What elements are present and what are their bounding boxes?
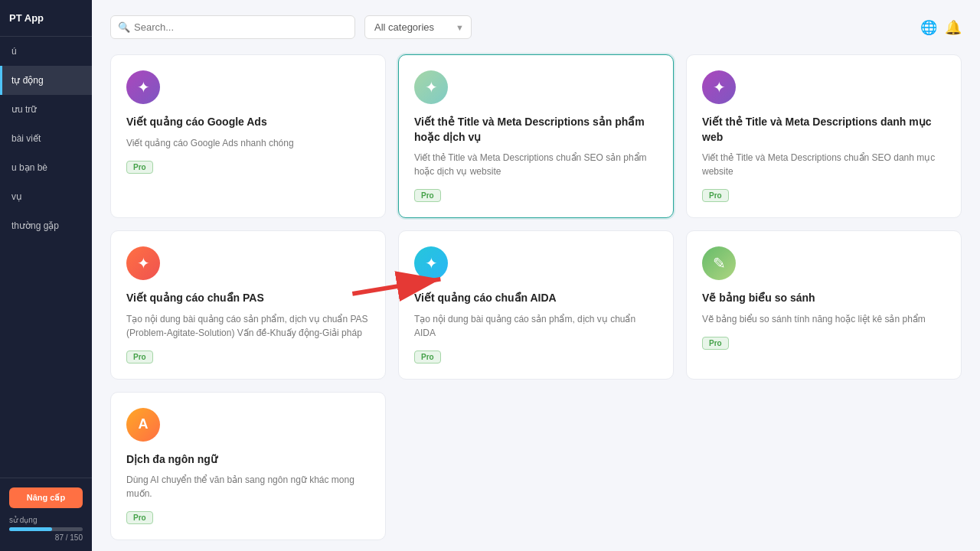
- globe-icon[interactable]: 🌐: [920, 19, 937, 36]
- card-title-1: Viết quảng cáo Google Ads: [126, 115, 370, 130]
- card-icon-3: ✦: [702, 70, 736, 104]
- usage-label: sử dụng: [9, 516, 83, 524]
- cards-grid: ✦ Viết quảng cáo Google Ads Viết quảng c…: [110, 54, 962, 540]
- card-desc-1: Viết quảng cáo Google Ads nhanh chóng: [126, 136, 370, 150]
- sidebar-item-0[interactable]: ú: [0, 37, 92, 66]
- card-icon-6: ✎: [702, 246, 736, 280]
- card-title-2: Viết thẻ Title và Meta Descriptions sản …: [414, 115, 658, 145]
- card-icon-7: A: [126, 408, 160, 442]
- card-icon-1: ✦: [126, 70, 160, 104]
- usage-bar-fill: [9, 527, 52, 531]
- sidebar-item-storage[interactable]: ưu trữ: [0, 95, 92, 124]
- card-title-3: Viết thẻ Title và Meta Descriptions danh…: [702, 115, 946, 145]
- search-icon: 🔍: [118, 21, 130, 33]
- card-comparison-chart[interactable]: ✎ Vẽ bảng biểu so sánh Vẽ bảng biểu so s…: [686, 230, 962, 380]
- card-desc-4: Tạo nội dung bài quảng cáo sản phẩm, dịc…: [126, 312, 370, 340]
- card-desc-3: Viết thẻ Title và Meta Descriptions chuẩ…: [702, 151, 946, 178]
- card-title-4: Viết quảng cáo chuẩn PAS: [126, 291, 370, 306]
- category-select[interactable]: All categories Marketing SEO Content: [364, 15, 472, 39]
- sidebar-item-friends[interactable]: u bạn bè: [0, 153, 92, 182]
- top-bar: 🔍 All categories Marketing SEO Content ▼…: [110, 15, 962, 39]
- card-google-ads[interactable]: ✦ Viết quảng cáo Google Ads Viết quảng c…: [110, 54, 386, 218]
- card-icon-4: ✦: [126, 246, 160, 280]
- pro-badge-7: Pro: [126, 511, 153, 524]
- sidebar-bottom: Nâng cấp sử dụng 87 / 150: [0, 478, 92, 551]
- card-pas[interactable]: ✦ Viết quảng cáo chuẩn PAS Tạo nội dung …: [110, 230, 386, 380]
- cards-container: ✦ Viết quảng cáo Google Ads Viết quảng c…: [110, 54, 962, 540]
- pro-badge-6: Pro: [702, 337, 729, 350]
- sidebar: PT App ú tự động ưu trữ bài viết u bạn b…: [0, 0, 92, 551]
- bell-icon[interactable]: 🔔: [945, 19, 962, 36]
- search-input[interactable]: [110, 15, 355, 39]
- usage-bar-background: [9, 527, 83, 531]
- card-title-7: Dịch đa ngôn ngữ: [126, 452, 370, 468]
- card-desc-5: Tạo nội dung bài quảng cáo sản phẩm, dịc…: [414, 312, 658, 340]
- card-icon-5: ✦: [414, 246, 448, 280]
- card-title-meta-product[interactable]: ✦ Viết thẻ Title và Meta Descriptions sả…: [398, 54, 674, 218]
- card-desc-2: Viết thẻ Title và Meta Descriptions chuẩ…: [414, 151, 658, 178]
- pro-badge-2: Pro: [414, 189, 441, 202]
- category-select-wrapper: All categories Marketing SEO Content ▼: [364, 15, 472, 39]
- card-title-meta-category[interactable]: ✦ Viết thẻ Title và Meta Descriptions da…: [686, 54, 962, 218]
- search-area: 🔍 All categories Marketing SEO Content ▼: [110, 15, 472, 39]
- sidebar-item-articles[interactable]: bài viết: [0, 124, 92, 153]
- main-content: 🔍 All categories Marketing SEO Content ▼…: [92, 0, 980, 551]
- pro-badge-1: Pro: [126, 161, 153, 174]
- pro-badge-3: Pro: [702, 189, 729, 202]
- sidebar-item-auto[interactable]: tự động: [0, 66, 92, 95]
- upgrade-button[interactable]: Nâng cấp: [9, 487, 83, 508]
- pro-badge-4: Pro: [126, 350, 153, 364]
- sidebar-item-faq[interactable]: thường gặp: [0, 211, 92, 240]
- card-aida[interactable]: ✦ Viết quảng cáo chuẩn AIDA Tạo nội dung…: [398, 230, 674, 380]
- header-icons: 🌐 🔔: [920, 19, 962, 36]
- card-desc-6: Vẽ bảng biểu so sánh tính năng hoặc liệt…: [702, 312, 946, 326]
- pro-badge-5: Pro: [414, 350, 441, 364]
- usage-count: 87 / 150: [9, 533, 83, 542]
- card-title-5: Viết quảng cáo chuẩn AIDA: [414, 291, 658, 306]
- sidebar-item-service[interactable]: vụ: [0, 182, 92, 211]
- card-icon-2: ✦: [414, 70, 448, 104]
- app-title: PT App: [0, 0, 92, 37]
- card-multilingual[interactable]: A Dịch đa ngôn ngữ Dùng AI chuyển thể vă…: [110, 392, 386, 541]
- card-desc-7: Dùng AI chuyển thể văn bản sang ngôn ngữ…: [126, 473, 370, 500]
- card-title-6: Vẽ bảng biểu so sánh: [702, 291, 946, 306]
- search-wrapper: 🔍: [110, 15, 355, 39]
